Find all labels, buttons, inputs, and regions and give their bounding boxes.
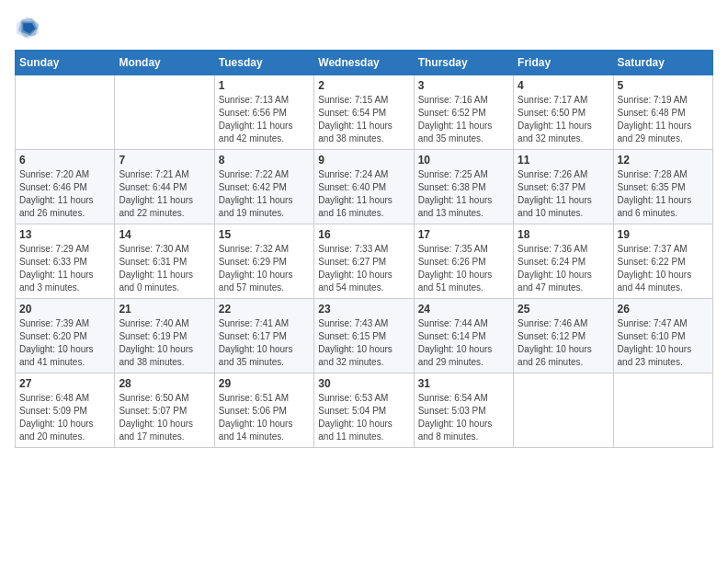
day-info: Sunrise: 6:51 AM Sunset: 5:06 PM Dayligh… [219,392,310,443]
day-info: Sunrise: 7:21 AM Sunset: 6:44 PM Dayligh… [119,168,210,220]
calendar-cell: 14Sunrise: 7:30 AM Sunset: 6:31 PM Dayli… [115,224,214,299]
day-number: 4 [518,79,609,92]
calendar-cell [115,75,214,150]
calendar-week-5: 27Sunrise: 6:48 AM Sunset: 5:09 PM Dayli… [16,373,713,448]
day-number: 10 [418,154,509,167]
calendar-cell: 10Sunrise: 7:25 AM Sunset: 6:38 PM Dayli… [414,150,513,224]
calendar-cell: 1Sunrise: 7:13 AM Sunset: 6:56 PM Daylig… [214,75,313,150]
day-number: 20 [19,303,110,316]
logo [15,15,44,40]
calendar-cell: 5Sunrise: 7:19 AM Sunset: 6:48 PM Daylig… [613,75,712,150]
calendar-cell: 15Sunrise: 7:32 AM Sunset: 6:29 PM Dayli… [214,224,313,299]
day-number: 31 [418,377,509,390]
day-number: 9 [318,154,409,167]
calendar-cell: 4Sunrise: 7:17 AM Sunset: 6:50 PM Daylig… [514,75,613,150]
calendar-cell: 23Sunrise: 7:43 AM Sunset: 6:15 PM Dayli… [314,299,414,373]
calendar-cell: 16Sunrise: 7:33 AM Sunset: 6:27 PM Dayli… [314,224,414,299]
calendar-cell: 8Sunrise: 7:22 AM Sunset: 6:42 PM Daylig… [214,150,313,224]
day-info: Sunrise: 7:46 AM Sunset: 6:12 PM Dayligh… [518,317,609,369]
day-info: Sunrise: 7:22 AM Sunset: 6:42 PM Dayligh… [219,168,310,220]
day-info: Sunrise: 7:40 AM Sunset: 6:19 PM Dayligh… [119,317,210,369]
day-number: 13 [19,228,110,241]
day-info: Sunrise: 7:25 AM Sunset: 6:38 PM Dayligh… [418,168,509,220]
calendar-cell: 27Sunrise: 6:48 AM Sunset: 5:09 PM Dayli… [16,373,115,448]
day-number: 23 [318,303,409,316]
day-number: 8 [219,154,310,167]
day-number: 27 [19,377,110,390]
day-number: 3 [418,79,509,92]
calendar-cell: 2Sunrise: 7:15 AM Sunset: 6:54 PM Daylig… [314,75,414,150]
calendar-cell: 20Sunrise: 7:39 AM Sunset: 6:20 PM Dayli… [16,299,115,373]
day-info: Sunrise: 7:43 AM Sunset: 6:15 PM Dayligh… [318,317,409,369]
day-number: 26 [618,303,709,316]
day-number: 15 [219,228,310,241]
day-info: Sunrise: 7:20 AM Sunset: 6:46 PM Dayligh… [19,168,110,220]
logo-icon [15,15,40,40]
day-number: 21 [119,303,210,316]
day-info: Sunrise: 6:48 AM Sunset: 5:09 PM Dayligh… [19,392,110,443]
day-info: Sunrise: 7:16 AM Sunset: 6:52 PM Dayligh… [418,94,509,145]
day-info: Sunrise: 7:29 AM Sunset: 6:33 PM Dayligh… [19,243,110,294]
day-number: 7 [119,154,210,167]
calendar-cell: 18Sunrise: 7:36 AM Sunset: 6:24 PM Dayli… [514,224,613,299]
day-info: Sunrise: 7:13 AM Sunset: 6:56 PM Dayligh… [219,94,310,145]
calendar-cell: 11Sunrise: 7:26 AM Sunset: 6:37 PM Dayli… [514,150,613,224]
day-number: 12 [618,154,709,167]
day-info: Sunrise: 6:53 AM Sunset: 5:04 PM Dayligh… [318,392,409,443]
day-info: Sunrise: 7:39 AM Sunset: 6:20 PM Dayligh… [19,317,110,369]
calendar-week-4: 20Sunrise: 7:39 AM Sunset: 6:20 PM Dayli… [16,299,713,373]
day-number: 28 [119,377,210,390]
day-info: Sunrise: 7:28 AM Sunset: 6:35 PM Dayligh… [618,168,709,220]
calendar-cell: 22Sunrise: 7:41 AM Sunset: 6:17 PM Dayli… [214,299,313,373]
calendar-cell: 29Sunrise: 6:51 AM Sunset: 5:06 PM Dayli… [214,373,313,448]
day-info: Sunrise: 7:36 AM Sunset: 6:24 PM Dayligh… [518,243,609,294]
calendar-cell: 21Sunrise: 7:40 AM Sunset: 6:19 PM Dayli… [115,299,214,373]
day-number: 1 [219,79,310,92]
day-number: 30 [318,377,409,390]
calendar-cell: 3Sunrise: 7:16 AM Sunset: 6:52 PM Daylig… [414,75,513,150]
header-saturday: Saturday [613,51,712,75]
day-info: Sunrise: 7:41 AM Sunset: 6:17 PM Dayligh… [219,317,310,369]
calendar-cell: 30Sunrise: 6:53 AM Sunset: 5:04 PM Dayli… [314,373,414,448]
day-number: 17 [418,228,509,241]
day-number: 2 [318,79,409,92]
calendar-table: SundayMondayTuesdayWednesdayThursdayFrid… [15,50,713,448]
calendar-header-row: SundayMondayTuesdayWednesdayThursdayFrid… [16,51,713,75]
calendar-week-2: 6Sunrise: 7:20 AM Sunset: 6:46 PM Daylig… [16,150,713,224]
day-number: 14 [119,228,210,241]
calendar-cell: 12Sunrise: 7:28 AM Sunset: 6:35 PM Dayli… [613,150,712,224]
calendar-cell: 13Sunrise: 7:29 AM Sunset: 6:33 PM Dayli… [16,224,115,299]
header-friday: Friday [514,51,613,75]
day-info: Sunrise: 7:33 AM Sunset: 6:27 PM Dayligh… [318,243,409,294]
calendar-cell: 26Sunrise: 7:47 AM Sunset: 6:10 PM Dayli… [613,299,712,373]
page-header [15,15,713,40]
calendar-week-1: 1Sunrise: 7:13 AM Sunset: 6:56 PM Daylig… [16,75,713,150]
day-number: 6 [19,154,110,167]
day-number: 22 [219,303,310,316]
day-info: Sunrise: 7:24 AM Sunset: 6:40 PM Dayligh… [318,168,409,220]
day-number: 18 [518,228,609,241]
calendar-cell: 25Sunrise: 7:46 AM Sunset: 6:12 PM Dayli… [514,299,613,373]
header-sunday: Sunday [16,51,115,75]
calendar-cell: 9Sunrise: 7:24 AM Sunset: 6:40 PM Daylig… [314,150,414,224]
header-tuesday: Tuesday [214,51,313,75]
calendar-cell: 17Sunrise: 7:35 AM Sunset: 6:26 PM Dayli… [414,224,513,299]
calendar-cell [514,373,613,448]
day-info: Sunrise: 7:26 AM Sunset: 6:37 PM Dayligh… [518,168,609,220]
day-info: Sunrise: 6:50 AM Sunset: 5:07 PM Dayligh… [119,392,210,443]
day-info: Sunrise: 7:15 AM Sunset: 6:54 PM Dayligh… [318,94,409,145]
day-info: Sunrise: 7:35 AM Sunset: 6:26 PM Dayligh… [418,243,509,294]
day-info: Sunrise: 7:19 AM Sunset: 6:48 PM Dayligh… [618,94,709,145]
day-info: Sunrise: 7:47 AM Sunset: 6:10 PM Dayligh… [618,317,709,369]
day-number: 25 [518,303,609,316]
day-number: 11 [518,154,609,167]
day-number: 29 [219,377,310,390]
day-number: 16 [318,228,409,241]
day-info: Sunrise: 7:37 AM Sunset: 6:22 PM Dayligh… [618,243,709,294]
header-thursday: Thursday [414,51,513,75]
day-info: Sunrise: 7:32 AM Sunset: 6:29 PM Dayligh… [219,243,310,294]
day-number: 24 [418,303,509,316]
calendar-cell: 7Sunrise: 7:21 AM Sunset: 6:44 PM Daylig… [115,150,214,224]
calendar-cell [16,75,115,150]
day-info: Sunrise: 7:44 AM Sunset: 6:14 PM Dayligh… [418,317,509,369]
